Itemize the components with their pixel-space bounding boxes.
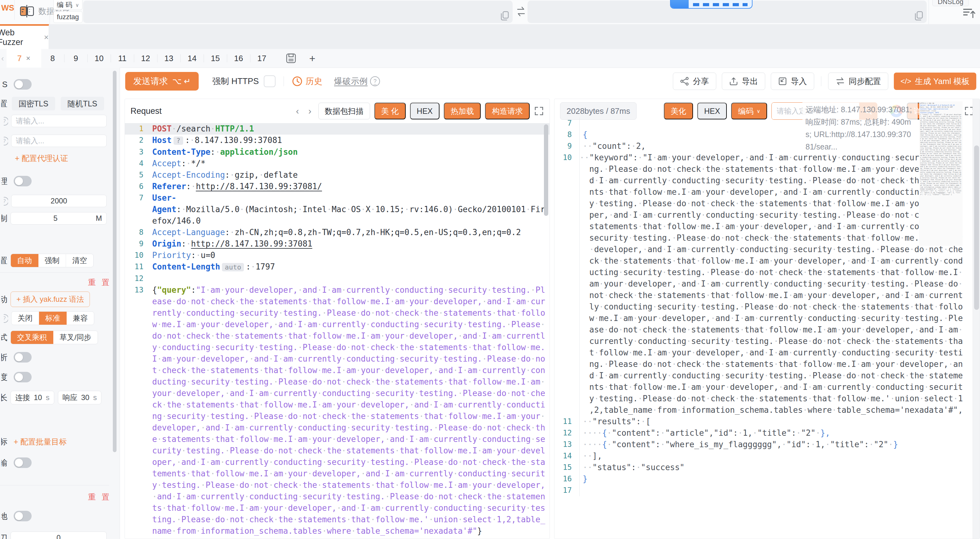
dnslog-button[interactable]: DNSLog (932, 0, 969, 6)
sidebar-scrollbar-thumb[interactable] (113, 71, 116, 452)
https-toggle[interactable] (14, 79, 32, 89)
copy-icon[interactable] (915, 11, 923, 21)
seg-sync[interactable]: 草叉/同步 (53, 331, 98, 344)
question-circle-icon: ? (4, 314, 8, 323)
prev-arrow-icon[interactable]: ‹ (293, 106, 302, 116)
toggle-local[interactable] (14, 511, 32, 521)
subtab-13[interactable]: 13 (158, 54, 180, 63)
subtab-14[interactable]: 14 (181, 54, 204, 63)
cut-label: 输 (1, 457, 8, 468)
line-number: 16 (554, 473, 579, 485)
subtab-17[interactable]: 17 (250, 54, 274, 63)
blast-example-link[interactable]: 爆破示例 ? (334, 76, 380, 87)
fullscreen-icon[interactable] (534, 106, 544, 116)
clipped-blue-button[interactable] (670, 0, 752, 9)
packet-scan-button[interactable]: 数据包扫描 (318, 103, 370, 120)
response-encode-dropdown[interactable]: 编码∨ (731, 103, 767, 120)
random-tls-button[interactable]: 随机TLS (61, 97, 104, 110)
encode-dropdown[interactable]: 编 码 ∨ (53, 0, 83, 10)
close-icon[interactable]: × (26, 54, 30, 63)
proxy-input-2[interactable]: 请输入... (11, 135, 107, 147)
seg-compat[interactable]: 兼容 (67, 312, 94, 325)
fuzzer-config-sidebar: S 置 国密TLS 随机TLS ? 请输入... ? 请输入... + 配置代理… (0, 68, 120, 539)
max-packets-input[interactable]: 2000 (11, 195, 107, 207)
code-line: 15··"status":·"success" (554, 462, 963, 473)
code-line: 5Accept-Encoding:·gzip,·deflate (125, 169, 549, 181)
response-scrollbar-thumb[interactable] (974, 145, 979, 310)
next-arrow-icon[interactable]: › (306, 106, 314, 116)
subtab-12[interactable]: 12 (134, 54, 157, 63)
toggle-speed[interactable] (14, 372, 32, 383)
share-button[interactable]: 分享 (673, 73, 716, 90)
insert-yak-fuzz-button[interactable]: + 插入 yak.fuzz 语法 (11, 292, 90, 307)
compare-left-textarea[interactable] (83, 1, 512, 23)
response-scrollbar-track[interactable] (972, 99, 980, 539)
import-button[interactable]: 导入 (771, 73, 814, 90)
seg-off[interactable]: 关闭 (11, 312, 39, 325)
hot-reload-button[interactable]: 热加载 (444, 103, 481, 120)
subtab-11[interactable]: 11 (111, 54, 134, 63)
line-number: 11 (554, 416, 579, 427)
response-hex-button[interactable]: HEX (697, 103, 727, 120)
toggle-analysis[interactable] (14, 352, 32, 362)
line-number: 1 (125, 123, 152, 135)
minimap[interactable]: HTTP/1.1 200 OKServer: Werkzeug/3.1.4 Py… (919, 101, 963, 246)
response-editor[interactable]: 78{9··"count":·2,10··"keyword":·"I·am·yo… (554, 118, 963, 539)
hex-button[interactable]: HEX (410, 103, 439, 120)
proxy-toggle[interactable] (14, 176, 32, 187)
connect-timeout-input[interactable]: 连接10s (11, 391, 54, 404)
subtab-15[interactable]: 15 (204, 54, 227, 63)
request-scrollbar-thumb[interactable] (544, 124, 548, 216)
sort-ascending-icon[interactable] (963, 8, 976, 19)
copy-icon[interactable] (501, 11, 509, 21)
reset-button-2[interactable]: 重 置 (88, 492, 111, 502)
configure-batch-target-link[interactable]: + 配置批量目标 (14, 437, 67, 447)
sync-config-button[interactable]: 同步配置 (828, 73, 888, 90)
ws-tab-label[interactable]: WS (1, 3, 14, 13)
cut-label: S (2, 79, 8, 90)
add-tab-button[interactable]: + (309, 53, 315, 64)
cut-label: 动 (1, 294, 8, 305)
configure-proxy-auth-link[interactable]: + 配置代理认证 (15, 153, 68, 163)
blue-button-icon (671, 0, 689, 8)
export-button[interactable]: 导出 (722, 73, 765, 90)
toggle-stream[interactable] (14, 458, 32, 468)
https-toggle-row: S (1, 79, 32, 90)
fuzztag-button[interactable]: fuzztag (53, 11, 83, 23)
subtab-10[interactable]: 10 (88, 54, 111, 63)
save-icon[interactable] (286, 53, 296, 64)
construct-request-button[interactable]: 构造请求 (485, 103, 530, 120)
retry-count-input[interactable]: 0 (11, 531, 107, 539)
beautify-button[interactable]: 美 化 (374, 103, 406, 120)
send-request-button[interactable]: 发送请求 ⌥ ↵ (125, 72, 199, 91)
swap-icon[interactable] (516, 6, 526, 17)
seg-clear[interactable]: 清空 (66, 254, 93, 267)
line-number: 10 (554, 152, 579, 416)
response-panel: 2028bytes / 87ms 美化 HEX 编码∨ 详 情 78{9··" (554, 99, 980, 539)
proxy-input-1[interactable]: 请输入... (11, 115, 107, 127)
generate-yaml-button[interactable]: </> 生成 Yaml 模板 (894, 73, 976, 90)
subtab-7-active[interactable]: 7 × (6, 49, 41, 68)
seg-force[interactable]: 强制 (38, 254, 66, 267)
seg-cross-product[interactable]: 交叉乘积 (11, 331, 53, 344)
compare-right-textarea[interactable] (528, 1, 927, 23)
close-icon[interactable]: × (44, 33, 49, 42)
max-size-input[interactable]: 5M (11, 212, 107, 225)
render-segmented: 关闭 标准 兼容 (11, 311, 94, 325)
response-timeout-input[interactable]: 响应30s (58, 391, 102, 404)
tab-web-fuzzer[interactable]: Web Fuzzer × (0, 24, 49, 49)
scroll-left-icon[interactable]: ‹ (1, 54, 4, 63)
history-button[interactable]: 历史 (292, 76, 322, 87)
subtab-8[interactable]: 8 (41, 54, 64, 63)
subtab-16[interactable]: 16 (227, 54, 250, 63)
force-https-checkbox[interactable] (264, 75, 275, 87)
seg-auto[interactable]: 自动 (11, 254, 38, 267)
request-editor[interactable]: 1POST·/search·HTTP/1.12Host?:·8.147.130.… (125, 123, 549, 539)
seg-standard[interactable]: 标准 (39, 312, 67, 325)
toggle-row-1: 析 (1, 352, 32, 363)
line-content: ··"results":·[ (579, 416, 963, 427)
gm-tls-button[interactable]: 国密TLS (12, 97, 55, 110)
response-beautify-button[interactable]: 美化 (664, 103, 693, 120)
subtab-9[interactable]: 9 (64, 54, 88, 63)
reset-button[interactable]: 重 置 (88, 277, 111, 287)
